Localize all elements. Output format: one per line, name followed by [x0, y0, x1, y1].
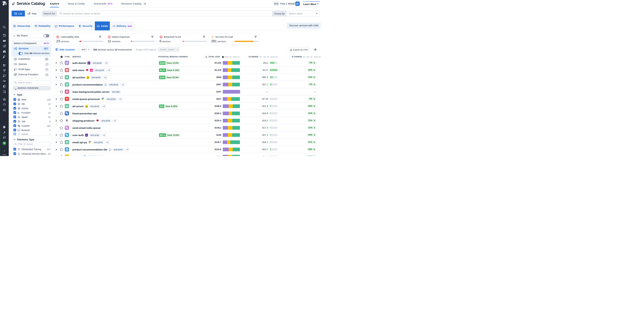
svg-text:.NET: .NET — [88, 62, 90, 64]
svg-text:.NET: .NET — [86, 135, 88, 136]
svg-text:JS: JS — [86, 106, 88, 107]
svg-text:$: $ — [98, 26, 99, 27]
svg-text:JS: JS — [87, 77, 89, 79]
